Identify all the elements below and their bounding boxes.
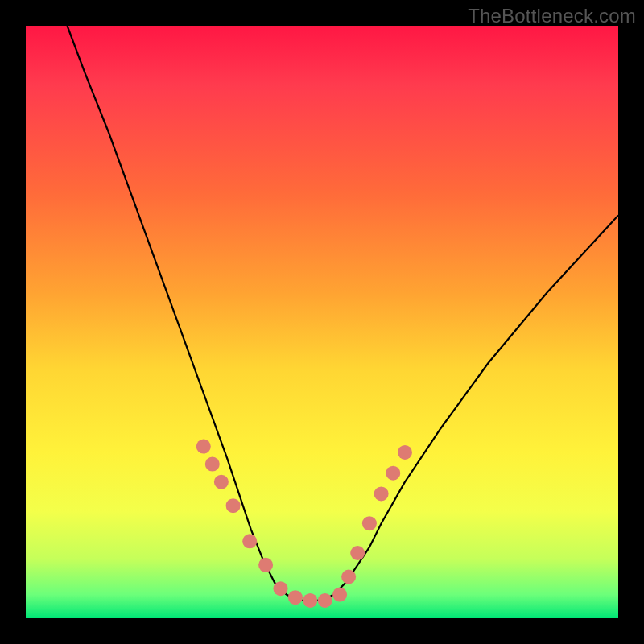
data-marker	[362, 516, 377, 530]
data-marker	[350, 546, 365, 560]
data-marker	[226, 498, 241, 513]
data-marker	[242, 534, 257, 548]
watermark-text: TheBottleneck.com	[468, 5, 636, 27]
data-marker	[341, 570, 356, 584]
plot-area	[26, 26, 618, 618]
data-marker	[386, 466, 400, 481]
data-marker	[205, 457, 220, 472]
data-marker	[374, 486, 389, 501]
data-marker	[214, 475, 229, 489]
data-marker	[274, 581, 288, 596]
outer-frame: TheBottleneck.com	[0, 0, 644, 644]
data-marker	[398, 445, 412, 460]
data-marker	[258, 558, 273, 572]
data-marker	[196, 440, 211, 454]
data-marker	[303, 593, 317, 608]
chart-svg	[26, 26, 618, 618]
bottleneck-curve	[68, 26, 619, 601]
data-marker	[332, 588, 347, 602]
data-marker	[318, 593, 332, 608]
data-marker	[288, 590, 303, 605]
